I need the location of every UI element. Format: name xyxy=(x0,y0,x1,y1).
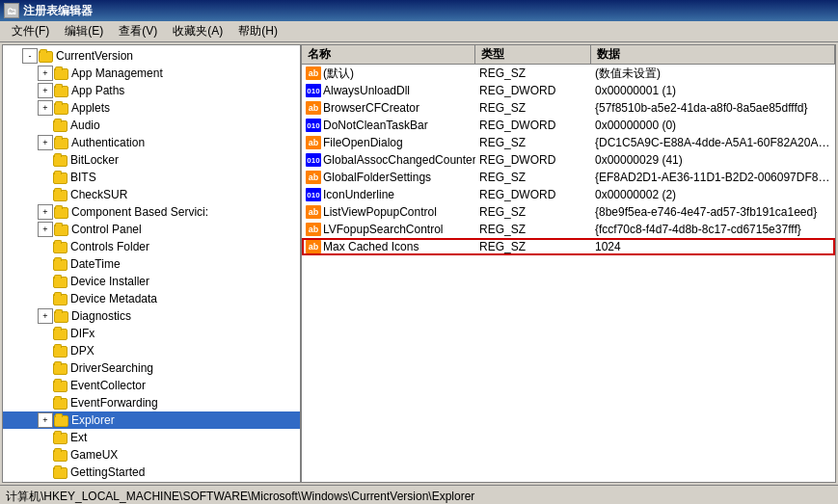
reg-type-cell: REG_SZ xyxy=(475,205,591,219)
tree-item-authentication[interactable]: + Authentication xyxy=(3,134,300,151)
tree-label: CheckSUR xyxy=(70,188,127,201)
tree-item-difx[interactable]: DIFx xyxy=(3,325,300,342)
tree-item-gameux[interactable]: GameUX xyxy=(3,446,300,464)
tree-expand-diagnostics[interactable]: + xyxy=(38,308,53,324)
col-header-data[interactable]: 数据 xyxy=(591,45,835,64)
folder-icon xyxy=(53,275,68,288)
folder-icon xyxy=(53,396,68,410)
tree-expand-control-panel[interactable]: + xyxy=(38,222,53,237)
tree-expand-component[interactable]: + xyxy=(38,204,53,220)
tree-item-bits[interactable]: BITS xyxy=(3,169,300,186)
reg-sz-icon: ab xyxy=(306,171,321,184)
tree-expand-app-management[interactable]: + xyxy=(38,66,53,81)
reg-type-cell: REG_SZ xyxy=(475,66,591,80)
reg-data-cell: (数值未设置) xyxy=(591,66,835,82)
table-row[interactable]: ab GlobalFolderSettings REG_SZ {EF8AD2D1… xyxy=(302,169,835,186)
reg-name-cell: ab ListViewPopupControl xyxy=(302,205,475,219)
reg-dword-icon: 010 xyxy=(306,119,321,132)
menu-file[interactable]: 文件(F) xyxy=(4,21,57,41)
menu-bar: 文件(F) 编辑(E) 查看(V) 收藏夹(A) 帮助(H) xyxy=(0,21,838,42)
tree-label: Audio xyxy=(70,119,100,132)
reg-data-cell: 0x00000002 (2) xyxy=(591,188,835,201)
tree-item-device-metadata[interactable]: Device Metadata xyxy=(3,290,300,307)
table-row[interactable]: ab (默认) REG_SZ (数值未设置) xyxy=(302,65,835,82)
table-row[interactable]: 010 IconUnderline REG_DWORD 0x00000002 (… xyxy=(302,186,835,203)
menu-view[interactable]: 查看(V) xyxy=(111,21,165,41)
tree-item-bitlocker[interactable]: BitLocker xyxy=(3,151,300,169)
table-row[interactable]: ab FileOpenDialog REG_SZ {DC1C5A9C-E88A-… xyxy=(302,134,835,151)
tree-item-component-based[interactable]: + Component Based Servici: xyxy=(3,203,300,221)
reg-dword-icon: 010 xyxy=(306,84,321,97)
title-bar: 🗂 注册表编辑器 xyxy=(0,0,838,21)
reg-data-cell: 1024 xyxy=(591,240,835,253)
tree-item-explorer[interactable]: + Explorer xyxy=(3,411,300,429)
folder-icon xyxy=(54,84,69,97)
reg-name-cell: ab FileOpenDialog xyxy=(302,136,475,149)
tree-item-applets[interactable]: + Applets xyxy=(3,99,300,117)
tree-expand-applets[interactable]: + xyxy=(38,100,53,116)
reg-dword-icon: 010 xyxy=(306,188,321,201)
tree-label: DateTime xyxy=(70,257,121,271)
reg-sz-icon: ab xyxy=(306,205,321,219)
tree-item-device-installer[interactable]: Device Installer xyxy=(3,273,300,290)
col-header-name[interactable]: 名称 xyxy=(302,45,475,64)
tree-item-app-paths[interactable]: + App Paths xyxy=(3,82,300,99)
reg-type-cell: REG_DWORD xyxy=(475,119,591,132)
tree-label: DPX xyxy=(70,344,95,358)
table-row[interactable]: ab BrowserCFCreator REG_SZ {57f8510b-a5e… xyxy=(302,99,835,117)
folder-icon xyxy=(53,153,68,167)
tree-label: CurrentVersion xyxy=(56,49,133,63)
table-row[interactable]: ab ListViewPopupControl REG_SZ {8be9f5ea… xyxy=(302,203,835,221)
reg-name-cell: ab GlobalFolderSettings xyxy=(302,171,475,184)
folder-icon xyxy=(54,309,69,323)
tree-label: GameUX xyxy=(70,448,118,462)
col-header-type[interactable]: 类型 xyxy=(475,45,591,64)
tree-item-driver-searching[interactable]: DriverSearching xyxy=(3,359,300,377)
menu-favorites[interactable]: 收藏夹(A) xyxy=(165,21,230,41)
tree-label: EventCollector xyxy=(70,379,146,392)
tree-item-checksur[interactable]: CheckSUR xyxy=(3,186,300,203)
table-row[interactable]: 010 DoNotCleanTaskBar REG_DWORD 0x000000… xyxy=(302,117,835,134)
folder-icon xyxy=(53,327,68,340)
folder-icon xyxy=(54,413,69,427)
tree-expand-currentversion[interactable]: - xyxy=(22,48,38,64)
folder-icon xyxy=(53,465,68,479)
tree-pane[interactable]: - CurrentVersion + App Management + App … xyxy=(3,45,302,482)
tree-expand-explorer[interactable]: + xyxy=(38,412,53,428)
tree-item-event-collector[interactable]: EventCollector xyxy=(3,377,300,394)
reg-name-cell: 010 AlwaysUnloadDll xyxy=(302,84,475,97)
table-row[interactable]: ab LVFopupSearchControl REG_SZ {fccf70c8… xyxy=(302,221,835,238)
folder-icon xyxy=(53,119,68,132)
tree-item-control-panel[interactable]: + Control Panel xyxy=(3,221,300,238)
folder-icon xyxy=(53,292,68,305)
tree-item-controls-folder[interactable]: Controls Folder xyxy=(3,238,300,255)
tree-item-group-policy[interactable]: + Group Policy xyxy=(3,481,300,482)
reg-sz-icon: ab xyxy=(306,101,321,115)
tree-item-audio[interactable]: Audio xyxy=(3,117,300,134)
tree-item-dpx[interactable]: DPX xyxy=(3,342,300,359)
reg-name-cell: ab (默认) xyxy=(302,66,475,82)
folder-icon xyxy=(53,240,68,253)
tree-item-currentversion[interactable]: - CurrentVersion xyxy=(3,47,300,65)
app-icon: 🗂 xyxy=(4,3,19,18)
tree-item-diagnostics[interactable]: + Diagnostics xyxy=(3,307,300,325)
tree-label: BitLocker xyxy=(70,153,119,167)
tree-expand-app-paths[interactable]: + xyxy=(38,83,53,98)
tree-item-event-forwarding[interactable]: EventForwarding xyxy=(3,394,300,411)
menu-edit[interactable]: 编辑(E) xyxy=(57,21,111,41)
folder-icon xyxy=(53,257,68,271)
table-row-max-cached-icons[interactable]: ab Max Cached Icons REG_SZ 1024 xyxy=(302,238,835,255)
tree-item-datetime[interactable]: DateTime xyxy=(3,255,300,273)
folder-icon xyxy=(53,379,68,392)
reg-sz-icon: ab xyxy=(306,136,321,149)
tree-item-ext[interactable]: Ext xyxy=(3,429,300,446)
reg-name-cell: ab Max Cached Icons xyxy=(302,240,475,253)
tree-expand-authentication[interactable]: + xyxy=(38,135,53,150)
registry-list[interactable]: ab (默认) REG_SZ (数值未设置) 010 AlwaysUnloadD… xyxy=(302,65,835,482)
tree-item-app-management[interactable]: + App Management xyxy=(3,65,300,82)
tree-item-getting-started[interactable]: GettingStarted xyxy=(3,464,300,481)
tree-label: Applets xyxy=(71,101,110,115)
menu-help[interactable]: 帮助(H) xyxy=(230,21,285,41)
table-row[interactable]: 010 AlwaysUnloadDll REG_DWORD 0x00000001… xyxy=(302,82,835,99)
table-row[interactable]: 010 GlobalAssocChangedCounter REG_DWORD … xyxy=(302,151,835,169)
